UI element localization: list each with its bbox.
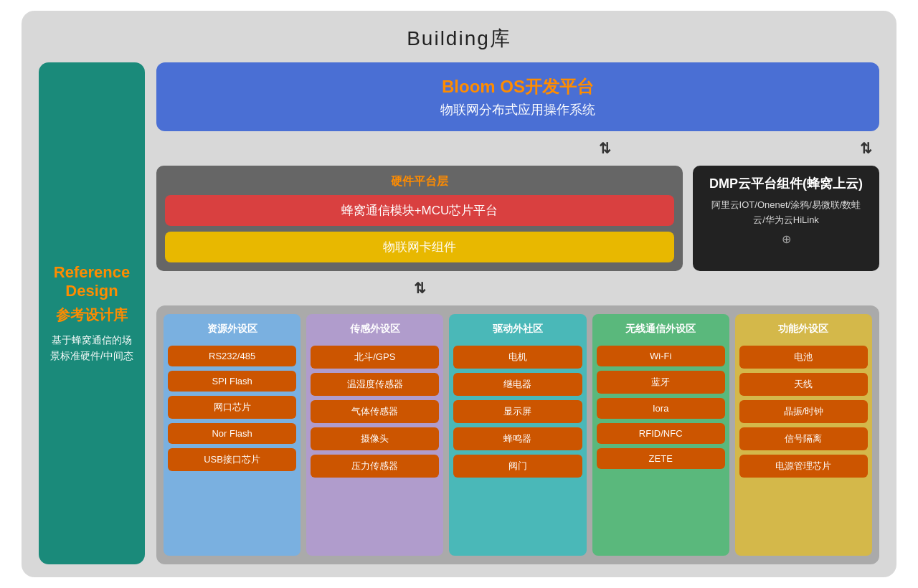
arrow-right-top: ⇅ [860, 140, 872, 157]
item-nor-flash: Nor Flash [168, 423, 296, 444]
item-power-mgmt: 电源管理芯片 [739, 455, 868, 478]
item-isolation: 信号隔离 [739, 427, 868, 450]
item-gas: 气体传感器 [311, 400, 439, 423]
col-drivers: 驱动外社区 电机 继电器 显示屏 蜂鸣器 阀门 [449, 314, 586, 556]
sidebar-title-en: Reference Design [54, 263, 130, 301]
col-sensors-header: 传感外设区 [311, 320, 439, 338]
item-rs232: RS232/485 [168, 346, 296, 366]
bloom-os-subtitle: 物联网分布式应用操作系统 [171, 101, 865, 118]
sidebar-title-cn: 参考设计库 [56, 305, 128, 325]
dmp-title: DMP云平台组件(蜂窝上云) [706, 176, 866, 192]
col-sensors: 传感外设区 北斗/GPS 温湿度传感器 气体传感器 摄像头 压力传感器 [306, 314, 443, 556]
item-nic: 网口芯片 [168, 396, 296, 419]
hardware-title: 硬件平台层 [165, 174, 674, 189]
item-camera: 摄像头 [311, 427, 439, 450]
arrow-center-mid: ⇅ [414, 280, 426, 297]
col-resources-header: 资源外设区 [168, 320, 296, 338]
col-functions: 功能外设区 电池 天线 晶振/时钟 信号隔离 电源管理芯片 [735, 314, 872, 556]
sidebar-desc: 基于蜂窝通信的场景标准硬件/中间态 [49, 332, 135, 364]
item-pressure: 压力传感器 [311, 455, 439, 478]
item-bt: 蓝牙 [597, 371, 725, 394]
outer-container: Building库 Reference Design 参考设计库 基于蜂窝通信的… [22, 11, 896, 577]
col-resources: 资源外设区 RS232/485 SPI Flash 网口芯片 Nor Flash… [164, 314, 301, 556]
peripherals-grid: 资源外设区 RS232/485 SPI Flash 网口芯片 Nor Flash… [164, 314, 872, 556]
item-wifi: Wi-Fi [597, 346, 725, 366]
col-wireless-header: 无线通信外设区 [597, 320, 725, 338]
item-motor: 电机 [453, 346, 582, 369]
main-layout: Reference Design 参考设计库 基于蜂窝通信的场景标准硬件/中间态… [39, 62, 879, 564]
left-sidebar: Reference Design 参考设计库 基于蜂窝通信的场景标准硬件/中间态 [39, 62, 145, 564]
right-content: Bloom OS开发平台 物联网分布式应用操作系统 ⇅ ⇅ 硬件平台层 蜂窝通信… [156, 62, 879, 564]
item-gps: 北斗/GPS [311, 346, 439, 369]
item-rfid: RFID/NFC [597, 423, 725, 444]
item-temp-humid: 温湿度传感器 [311, 373, 439, 396]
arrows-top: ⇅ ⇅ [156, 140, 879, 157]
bloom-os-title: Bloom OS开发平台 [171, 75, 865, 98]
item-zete: ZETE [597, 448, 725, 469]
page-title: Building库 [39, 25, 879, 52]
item-buzzer: 蜂鸣器 [453, 427, 582, 450]
col-wireless: 无线通信外设区 Wi-Fi 蓝牙 Iora RFID/NFC ZETE [592, 314, 729, 556]
hardware-section: 硬件平台层 蜂窝通信模块+MCU芯片平台 物联网卡组件 [156, 166, 683, 271]
item-lora: Iora [597, 398, 725, 419]
arrows-middle: ⇅ [156, 280, 879, 297]
col-functions-header: 功能外设区 [739, 320, 868, 338]
item-crystal: 晶振/时钟 [739, 400, 868, 423]
middle-row: 硬件平台层 蜂窝通信模块+MCU芯片平台 物联网卡组件 DMP云平台组件(蜂窝上… [156, 166, 879, 271]
hardware-row2: 物联网卡组件 [165, 232, 674, 262]
bloom-os-box: Bloom OS开发平台 物联网分布式应用操作系统 [156, 62, 879, 131]
item-valve: 阀门 [453, 455, 582, 478]
item-antenna: 天线 [739, 373, 868, 396]
dmp-plus: ⊕ [706, 232, 866, 246]
item-usb: USB接口芯片 [168, 448, 296, 471]
col-drivers-header: 驱动外社区 [453, 320, 582, 338]
arrow-center-top: ⇅ [599, 140, 611, 157]
dmp-section: DMP云平台组件(蜂窝上云) 阿里云IOT/Onenet/涂鸦/易微联/数蛙云/… [693, 166, 879, 271]
item-battery: 电池 [739, 346, 868, 369]
item-spi-flash: SPI Flash [168, 371, 296, 392]
peripherals-section: 资源外设区 RS232/485 SPI Flash 网口芯片 Nor Flash… [156, 305, 879, 564]
item-relay: 继电器 [453, 373, 582, 396]
dmp-subtitle: 阿里云IOT/Onenet/涂鸦/易微联/数蛙云/华为云HiLink [706, 198, 866, 228]
hardware-row1: 蜂窝通信模块+MCU芯片平台 [165, 195, 674, 226]
item-display: 显示屏 [453, 400, 582, 423]
